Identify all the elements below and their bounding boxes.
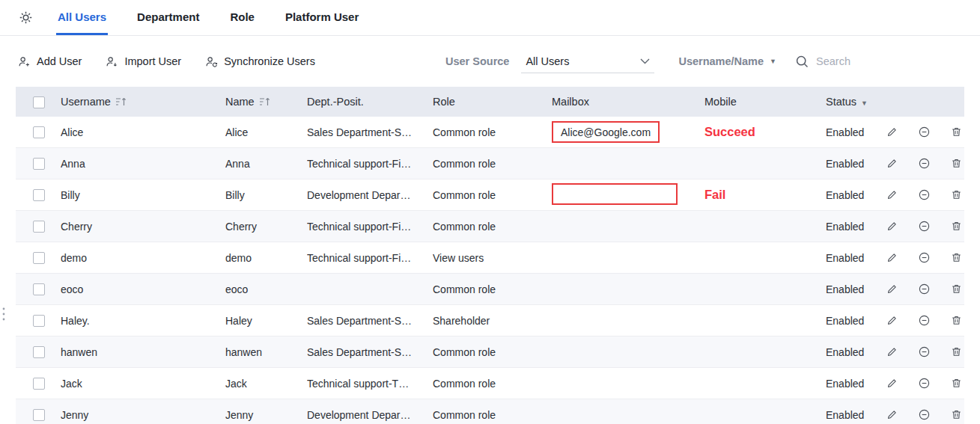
row-checkbox[interactable] [33,315,45,327]
edit-button[interactable] [886,345,898,358]
cell-dept: Sales Department-S… [307,117,433,148]
disable-button[interactable] [918,251,931,264]
search-field-selector[interactable]: Username/Name ▼ [678,55,776,67]
row-checkbox[interactable] [33,221,45,233]
select-all-checkbox[interactable] [33,96,45,108]
row-actions [886,242,964,273]
pencil-icon [886,377,898,390]
cell-role: Common role [433,179,552,211]
column-header-mailbox: Mailbox [552,87,704,117]
row-checkbox[interactable] [33,378,45,390]
add-user-icon [18,55,31,68]
table-row: demo demo Technical support-Fi… View use… [16,242,964,274]
cell-status: Enabled [826,399,886,424]
disable-button[interactable] [918,220,931,233]
delete-button[interactable] [950,314,963,327]
edit-button[interactable] [886,283,898,295]
annotation-text: Fail [704,188,725,201]
cell-status: Enabled [826,305,886,337]
row-checkbox[interactable] [33,283,45,295]
add-user-label: Add User [37,55,82,67]
edit-button[interactable] [886,408,898,421]
disable-button[interactable] [918,126,931,138]
tab-all-users[interactable]: All Users [56,0,108,35]
edit-button[interactable] [886,314,898,327]
edit-button[interactable] [886,157,898,170]
cell-role: View users [433,242,552,274]
cell-mobile [704,274,826,305]
cell-mobile [704,211,826,242]
cell-status: Enabled [826,148,886,179]
user-source-dropdown[interactable]: All Users [521,50,654,73]
edit-button[interactable] [886,220,898,233]
disable-button[interactable] [918,188,931,201]
delete-button[interactable] [950,251,963,264]
disable-button[interactable] [918,157,931,170]
row-actions [886,368,964,399]
cell-mailbox [552,337,704,368]
row-checkbox[interactable] [33,346,45,358]
disable-button[interactable] [918,345,931,358]
synchronize-users-button[interactable]: Synchronize Users [205,55,315,68]
pencil-icon [886,408,898,421]
edit-button[interactable] [886,188,898,201]
cell-status: Enabled [826,242,886,274]
row-checkbox[interactable] [33,252,45,264]
cell-username: hanwen [61,337,225,368]
cell-name: Anna [225,148,307,179]
users-table: Username Name Dept.-Posit. Role Mailbox … [16,87,964,424]
search-field-label: Username/Name [678,55,764,67]
delete-button[interactable] [950,283,963,295]
delete-button[interactable] [950,126,963,138]
delete-button[interactable] [950,408,963,421]
disable-button[interactable] [918,377,931,390]
trash-icon [950,220,963,233]
delete-button[interactable] [950,377,963,390]
edit-button[interactable] [886,377,898,390]
column-header-actions [886,87,964,117]
tab-platform-user[interactable]: Platform User [284,0,360,35]
cell-dept: Technical support-Fi… [307,148,433,179]
pencil-icon [886,251,898,264]
disable-button[interactable] [918,408,931,421]
add-user-button[interactable]: Add User [18,55,82,68]
import-user-label: Import User [124,55,181,67]
minus-circle-icon [918,188,931,201]
tab-bar: All Users Department Role Platform User [0,0,980,36]
table-row: Haley. Haley Sales Department-S… Shareho… [16,305,964,337]
sort-icon[interactable] [259,96,270,107]
edit-button[interactable] [886,126,898,138]
cell-mailbox [552,242,704,274]
row-checkbox[interactable] [33,189,45,201]
cell-name: eoco [225,274,307,305]
disable-button[interactable] [918,314,931,327]
minus-circle-icon [918,408,931,421]
disable-button[interactable] [918,283,931,295]
vertical-dots-icon [1,307,6,322]
delete-button[interactable] [950,188,963,201]
row-checkbox[interactable] [33,126,45,138]
delete-button[interactable] [950,220,963,233]
settings-button[interactable] [18,0,34,35]
tab-department[interactable]: Department [136,0,201,35]
synchronize-users-label: Synchronize Users [224,55,315,67]
status-filter-icon[interactable]: ▼ [861,99,868,107]
panel-drag-handle[interactable] [1,307,6,325]
pencil-icon [886,314,898,327]
column-header-role: Role [433,87,552,117]
edit-button[interactable] [886,251,898,264]
cell-mailbox [552,148,704,179]
table-row: Jack Jack Technical support-T… Common ro… [16,368,964,399]
import-user-button[interactable]: Import User [106,55,181,68]
delete-button[interactable] [950,345,963,358]
row-checkbox[interactable] [33,409,45,421]
row-checkbox[interactable] [33,158,45,170]
search-input[interactable] [816,55,962,67]
cell-dept: Sales Department-S… [307,305,433,337]
sort-icon[interactable] [115,96,127,107]
tab-role[interactable]: Role [228,0,256,35]
delete-button[interactable] [950,157,963,170]
column-header-username: Username [61,87,225,117]
trash-icon [950,188,963,201]
cell-role: Common role [433,399,552,424]
